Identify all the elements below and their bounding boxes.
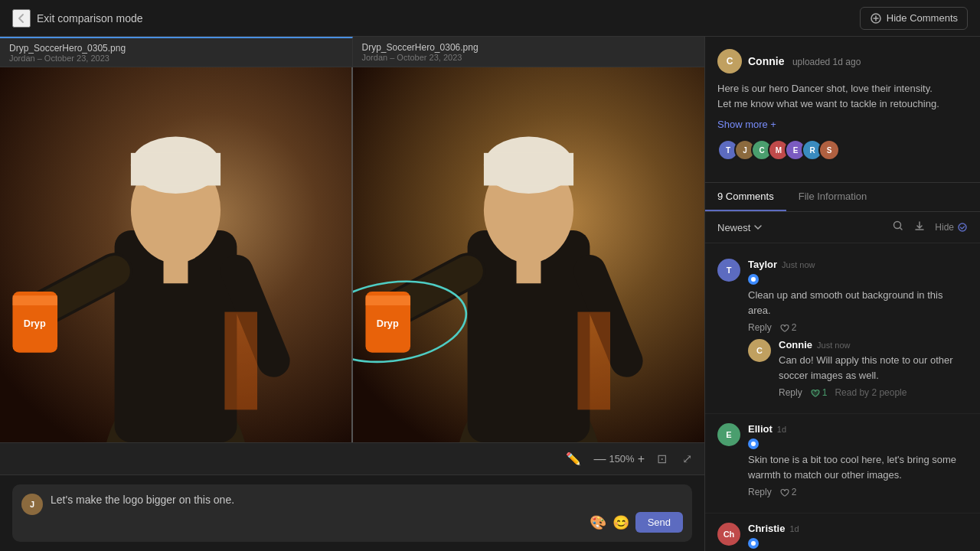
right-image-content: Dryp [353,67,704,442]
annotation-dot-christie [748,538,759,549]
comments-filter: Newest Hide [705,212,980,243]
left-image-content: Dryp [0,67,351,442]
comment-thread-3: Ch Christie 1d This feels a bit too dist… [705,514,980,551]
connie-comment-header: Connie Just now [779,339,968,350]
elliot-text: Skin tone is a bit too cool here, let's … [748,452,968,482]
svg-rect-28 [577,312,610,410]
hide-comments-button[interactable]: Hide Comments [860,7,968,30]
elliot-actions: Reply 2 [748,487,968,497]
comment-box: J 🎨 😊 Send [12,484,692,542]
main-content: Dryp_SoccerHero_0305.png Jordan – Octobe… [0,37,980,551]
right-image-header: Dryp_SoccerHero_0306.png Jordan – Octobe… [353,37,705,67]
taylor-reply-button[interactable]: Reply [748,322,772,333]
hide-resolved-button[interactable]: Hide [935,222,968,233]
tab-comments[interactable]: 9 Comments [705,183,786,211]
back-button[interactable] [12,9,31,28]
search-comments-button[interactable] [892,220,904,235]
svg-rect-21 [517,259,541,283]
color-picker-button[interactable]: 🎨 [590,514,606,531]
elliot-comment-content: Elliot 1d Skin tone is a bit too cool he… [748,423,968,497]
christie-avatar: Ch [717,523,740,546]
comment-text-input[interactable] [51,494,683,506]
emoji-button[interactable]: 😊 [612,514,629,531]
right-filename: Dryp_SoccerHero_0306.png [362,42,696,53]
avatars-row: T J C M E R S [717,139,968,161]
zoom-level: 150% [609,453,634,465]
upload-description: Here is our hero Dancer shot, love their… [717,81,968,111]
comment-item-connie: C Connie Just now Can do! Will apply thi… [748,339,968,398]
filter-dropdown[interactable]: Newest [717,222,763,233]
taylor-actions: Reply 2 [748,322,968,333]
left-meta: Jordan – October 23, 2023 [9,54,343,63]
christie-comment-content: Christie 1d This feels a bit too distrac… [748,523,968,551]
taylor-like-button[interactable]: 2 [779,322,797,333]
comments-panel: C Connie uploaded 1d ago Here is our her… [704,37,980,551]
christie-comment-header: Christie 1d [748,523,968,534]
draw-tool-button[interactable]: ✏️ [563,448,584,469]
connie-text: Can do! Will apply this note to our othe… [779,353,968,383]
image-area: Dryp_SoccerHero_0305.png Jordan – Octobe… [0,37,704,551]
elliot-comment-header: Elliot 1d [748,423,968,435]
comment-item-elliot: E Elliot 1d Skin tone is a bit too cool … [717,423,968,497]
avatar-7: S [818,139,840,161]
connie-avatar: C [748,339,771,362]
panel-header: C Connie uploaded 1d ago Here is our her… [705,37,980,183]
fullscreen-button[interactable]: ⤢ [679,448,695,469]
image-headers: Dryp_SoccerHero_0305.png Jordan – Octobe… [0,37,704,67]
svg-rect-20 [484,153,573,186]
top-bar: Exit comparison mode Hide Comments [0,0,980,37]
download-button[interactable] [913,220,926,235]
taylor-avatar: T [717,259,740,282]
elliot-annotation-indicator [748,437,968,449]
svg-rect-14 [224,312,257,410]
right-image-panel[interactable]: Dryp [353,67,704,442]
panel-tabs: 9 Comments File Information [705,183,980,212]
taylor-author: Taylor [748,259,777,270]
connie-actions: Reply 1 Read by 2 people [779,387,968,398]
elliot-like-button[interactable]: 2 [779,487,797,497]
comment-input-area: J 🎨 😊 Send [0,474,704,551]
connie-reply-button[interactable]: Reply [779,387,802,398]
connie-like-button[interactable]: 1 [810,387,828,398]
tab-file-info[interactable]: File Information [786,183,880,211]
connie-author: Connie [779,339,812,350]
current-user-avatar: J [21,494,43,515]
left-image-header: Dryp_SoccerHero_0305.png Jordan – Octobe… [0,37,353,67]
comment-item-taylor: T Taylor Just now Clean up and smooth ou… [717,259,968,333]
christie-author: Christie [748,523,785,534]
taylor-comment-content: Taylor Just now Clean up and smooth out … [748,259,968,333]
svg-rect-11 [12,295,57,305]
elliot-author: Elliot [748,423,773,435]
left-image-panel[interactable]: Dryp [0,67,353,442]
comment-input-actions: 🎨 😊 Send [51,512,683,533]
fit-button[interactable]: ⊡ [654,448,670,469]
comment-item-christie: Ch Christie 1d This feels a bit too dist… [717,523,968,551]
connie-time: Just now [817,341,850,350]
svg-rect-6 [131,153,220,186]
uploader-name: Connie [748,55,784,67]
svg-rect-7 [164,259,188,283]
hide-comments-label: Hide Comments [887,12,958,24]
svg-point-31 [959,223,966,231]
uploader-time: uploaded 1d ago [792,57,861,67]
taylor-text: Clean up and smooth out background in th… [748,288,968,318]
nested-comment-connie: C Connie Just now Can do! Will apply thi… [748,339,968,398]
comments-list: T Taylor Just now Clean up and smooth ou… [705,243,980,551]
comment-thread-1: T Taylor Just now Clean up and smooth ou… [705,249,980,414]
images-container: Dryp [0,67,704,442]
elliot-time: 1d [777,425,786,434]
taylor-annotation-indicator [748,272,968,285]
top-bar-left: Exit comparison mode [12,9,143,28]
left-filename: Dryp_SoccerHero_0305.png [9,43,343,54]
christie-time: 1d [789,524,799,533]
uploader-avatar: C [717,49,742,73]
uploader-name-time: Connie uploaded 1d ago [748,54,861,68]
christie-annotation-indicator [748,536,968,549]
send-button[interactable]: Send [635,512,683,533]
zoom-out-button[interactable]: — [593,452,606,466]
elliot-reply-button[interactable]: Reply [748,487,772,497]
taylor-comment-header: Taylor Just now [748,259,968,270]
show-more-button[interactable]: Show more + [717,119,968,130]
zoom-in-button[interactable]: + [638,452,645,466]
svg-text:Dryp: Dryp [377,318,399,329]
